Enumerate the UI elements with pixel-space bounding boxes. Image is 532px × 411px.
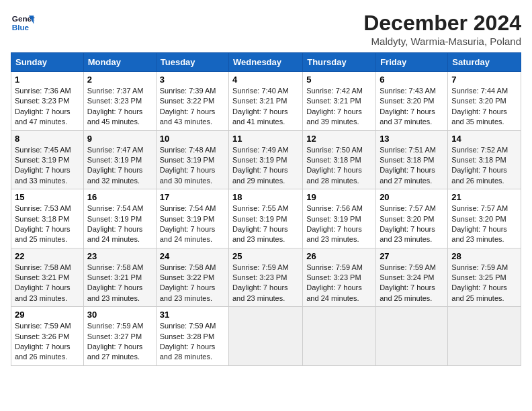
day-number: 15 bbox=[15, 192, 80, 202]
calendar-cell-day-12: 12 Sunrise: 7:50 AMSunset: 3:18 PMDaylig… bbox=[303, 130, 376, 189]
day-info: Sunrise: 7:57 AMSunset: 3:20 PMDaylight:… bbox=[380, 204, 436, 243]
calendar-cell-day-28: 28 Sunrise: 7:59 AMSunset: 3:25 PMDaylig… bbox=[448, 248, 521, 307]
day-number: 18 bbox=[232, 192, 299, 202]
day-info: Sunrise: 7:59 AMSunset: 3:28 PMDaylight:… bbox=[160, 322, 216, 361]
calendar-cell-day-22: 22 Sunrise: 7:58 AMSunset: 3:21 PMDaylig… bbox=[11, 248, 84, 307]
day-number: 20 bbox=[380, 192, 444, 202]
col-header-sunday: Sunday bbox=[11, 53, 84, 72]
day-number: 3 bbox=[160, 75, 225, 85]
day-info: Sunrise: 7:59 AMSunset: 3:23 PMDaylight:… bbox=[306, 263, 363, 302]
day-number: 9 bbox=[87, 134, 152, 144]
logo: General Blue bbox=[11, 11, 35, 35]
day-info: Sunrise: 7:59 AMSunset: 3:24 PMDaylight:… bbox=[380, 263, 436, 302]
day-number: 28 bbox=[451, 251, 517, 261]
calendar-cell-day-9: 9 Sunrise: 7:47 AMSunset: 3:19 PMDayligh… bbox=[83, 130, 156, 189]
day-info: Sunrise: 7:53 AMSunset: 3:18 PMDaylight:… bbox=[15, 204, 71, 243]
calendar-cell-day-5: 5 Sunrise: 7:42 AMSunset: 3:21 PMDayligh… bbox=[303, 72, 376, 131]
day-number: 13 bbox=[380, 134, 444, 144]
calendar-cell-day-2: 2 Sunrise: 7:37 AMSunset: 3:23 PMDayligh… bbox=[83, 72, 156, 131]
calendar-cell-day-10: 10 Sunrise: 7:48 AMSunset: 3:19 PMDaylig… bbox=[156, 130, 228, 189]
page-header: General Blue December 2024 Maldyty, Warm… bbox=[11, 11, 521, 47]
calendar-cell-day-6: 6 Sunrise: 7:43 AMSunset: 3:20 PMDayligh… bbox=[376, 72, 448, 131]
col-header-saturday: Saturday bbox=[448, 53, 521, 72]
calendar-cell-day-20: 20 Sunrise: 7:57 AMSunset: 3:20 PMDaylig… bbox=[376, 189, 448, 248]
calendar-cell-day-15: 15 Sunrise: 7:53 AMSunset: 3:18 PMDaylig… bbox=[11, 189, 84, 248]
day-info: Sunrise: 7:59 AMSunset: 3:25 PMDaylight:… bbox=[451, 263, 508, 302]
day-number: 8 bbox=[15, 134, 80, 144]
day-info: Sunrise: 7:37 AMSunset: 3:23 PMDaylight:… bbox=[87, 87, 144, 126]
day-info: Sunrise: 7:44 AMSunset: 3:20 PMDaylight:… bbox=[451, 87, 508, 126]
day-number: 31 bbox=[160, 310, 225, 320]
calendar-row: 1 Sunrise: 7:36 AMSunset: 3:23 PMDayligh… bbox=[11, 72, 521, 131]
calendar-cell-day-13: 13 Sunrise: 7:51 AMSunset: 3:18 PMDaylig… bbox=[376, 130, 448, 189]
day-number: 1 bbox=[15, 75, 80, 85]
calendar-cell-day-26: 26 Sunrise: 7:59 AMSunset: 3:23 PMDaylig… bbox=[303, 248, 376, 307]
svg-text:Blue: Blue bbox=[12, 23, 30, 32]
calendar-cell-day-25: 25 Sunrise: 7:59 AMSunset: 3:23 PMDaylig… bbox=[229, 248, 303, 307]
day-info: Sunrise: 7:54 AMSunset: 3:19 PMDaylight:… bbox=[87, 204, 144, 243]
day-number: 16 bbox=[87, 192, 152, 202]
calendar-cell-day-24: 24 Sunrise: 7:58 AMSunset: 3:22 PMDaylig… bbox=[156, 248, 228, 307]
month-title: December 2024 bbox=[363, 11, 521, 36]
day-info: Sunrise: 7:57 AMSunset: 3:20 PMDaylight:… bbox=[451, 204, 508, 243]
calendar-cell-day-1: 1 Sunrise: 7:36 AMSunset: 3:23 PMDayligh… bbox=[11, 72, 84, 131]
col-header-tuesday: Tuesday bbox=[156, 53, 228, 72]
day-info: Sunrise: 7:51 AMSunset: 3:18 PMDaylight:… bbox=[380, 146, 436, 185]
calendar-cell-day-11: 11 Sunrise: 7:49 AMSunset: 3:19 PMDaylig… bbox=[229, 130, 303, 189]
calendar-cell-day-21: 21 Sunrise: 7:57 AMSunset: 3:20 PMDaylig… bbox=[448, 189, 521, 248]
day-number: 6 bbox=[380, 75, 444, 85]
day-info: Sunrise: 7:54 AMSunset: 3:19 PMDaylight:… bbox=[160, 204, 216, 243]
col-header-wednesday: Wednesday bbox=[229, 53, 303, 72]
calendar-cell-day-18: 18 Sunrise: 7:55 AMSunset: 3:19 PMDaylig… bbox=[229, 189, 303, 248]
day-number: 21 bbox=[451, 192, 517, 202]
day-number: 14 bbox=[451, 134, 517, 144]
calendar-cell-day-27: 27 Sunrise: 7:59 AMSunset: 3:24 PMDaylig… bbox=[376, 248, 448, 307]
day-info: Sunrise: 7:36 AMSunset: 3:23 PMDaylight:… bbox=[15, 87, 71, 126]
calendar-row: 15 Sunrise: 7:53 AMSunset: 3:18 PMDaylig… bbox=[11, 189, 521, 248]
calendar-cell-day-3: 3 Sunrise: 7:39 AMSunset: 3:22 PMDayligh… bbox=[156, 72, 228, 131]
day-number: 25 bbox=[232, 251, 299, 261]
day-number: 10 bbox=[160, 134, 225, 144]
day-number: 17 bbox=[160, 192, 225, 202]
day-number: 5 bbox=[306, 75, 372, 85]
day-info: Sunrise: 7:59 AMSunset: 3:26 PMDaylight:… bbox=[15, 322, 71, 361]
day-info: Sunrise: 7:40 AMSunset: 3:21 PMDaylight:… bbox=[232, 87, 289, 126]
day-number: 27 bbox=[380, 251, 444, 261]
day-info: Sunrise: 7:58 AMSunset: 3:21 PMDaylight:… bbox=[87, 263, 144, 302]
day-info: Sunrise: 7:45 AMSunset: 3:19 PMDaylight:… bbox=[15, 146, 71, 185]
day-number: 22 bbox=[15, 251, 80, 261]
day-info: Sunrise: 7:56 AMSunset: 3:19 PMDaylight:… bbox=[306, 204, 363, 243]
day-info: Sunrise: 7:49 AMSunset: 3:19 PMDaylight:… bbox=[232, 146, 289, 185]
day-info: Sunrise: 7:47 AMSunset: 3:19 PMDaylight:… bbox=[87, 146, 144, 185]
calendar-row: 8 Sunrise: 7:45 AMSunset: 3:19 PMDayligh… bbox=[11, 130, 521, 189]
day-number: 29 bbox=[15, 310, 80, 320]
calendar-cell-day-29: 29 Sunrise: 7:59 AMSunset: 3:26 PMDaylig… bbox=[11, 307, 84, 366]
calendar-cell-day-31: 31 Sunrise: 7:59 AMSunset: 3:28 PMDaylig… bbox=[156, 307, 228, 366]
title-block: December 2024 Maldyty, Warmia-Masuria, P… bbox=[363, 11, 521, 47]
calendar-cell-empty bbox=[376, 307, 448, 366]
day-info: Sunrise: 7:48 AMSunset: 3:19 PMDaylight:… bbox=[160, 146, 216, 185]
calendar-table: SundayMondayTuesdayWednesdayThursdayFrid… bbox=[11, 52, 521, 366]
calendar-cell-empty bbox=[448, 307, 521, 366]
day-number: 24 bbox=[160, 251, 225, 261]
day-info: Sunrise: 7:58 AMSunset: 3:21 PMDaylight:… bbox=[15, 263, 71, 302]
col-header-thursday: Thursday bbox=[303, 53, 376, 72]
day-info: Sunrise: 7:58 AMSunset: 3:22 PMDaylight:… bbox=[160, 263, 216, 302]
calendar-row: 22 Sunrise: 7:58 AMSunset: 3:21 PMDaylig… bbox=[11, 248, 521, 307]
day-info: Sunrise: 7:59 AMSunset: 3:27 PMDaylight:… bbox=[87, 322, 144, 361]
calendar-cell-day-8: 8 Sunrise: 7:45 AMSunset: 3:19 PMDayligh… bbox=[11, 130, 84, 189]
calendar-cell-day-14: 14 Sunrise: 7:52 AMSunset: 3:18 PMDaylig… bbox=[448, 130, 521, 189]
day-info: Sunrise: 7:55 AMSunset: 3:19 PMDaylight:… bbox=[232, 204, 289, 243]
day-info: Sunrise: 7:50 AMSunset: 3:18 PMDaylight:… bbox=[306, 146, 363, 185]
day-number: 26 bbox=[306, 251, 372, 261]
calendar-cell-day-19: 19 Sunrise: 7:56 AMSunset: 3:19 PMDaylig… bbox=[303, 189, 376, 248]
day-info: Sunrise: 7:42 AMSunset: 3:21 PMDaylight:… bbox=[306, 87, 363, 126]
calendar-cell-day-23: 23 Sunrise: 7:58 AMSunset: 3:21 PMDaylig… bbox=[83, 248, 156, 307]
calendar-header-row: SundayMondayTuesdayWednesdayThursdayFrid… bbox=[11, 53, 521, 72]
day-info: Sunrise: 7:59 AMSunset: 3:23 PMDaylight:… bbox=[232, 263, 289, 302]
calendar-cell-empty bbox=[229, 307, 303, 366]
calendar-cell-empty bbox=[303, 307, 376, 366]
day-number: 2 bbox=[87, 75, 152, 85]
day-number: 7 bbox=[451, 75, 517, 85]
col-header-monday: Monday bbox=[83, 53, 156, 72]
